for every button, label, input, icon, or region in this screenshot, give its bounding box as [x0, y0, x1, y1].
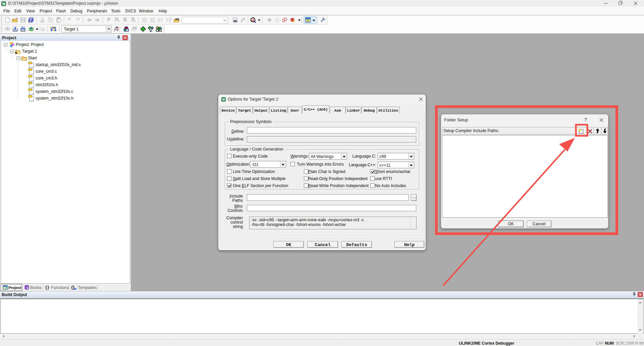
svg-text:d: d	[252, 18, 254, 22]
svg-text:?: ?	[27, 287, 29, 289]
svg-text:s: s	[4, 3, 5, 6]
